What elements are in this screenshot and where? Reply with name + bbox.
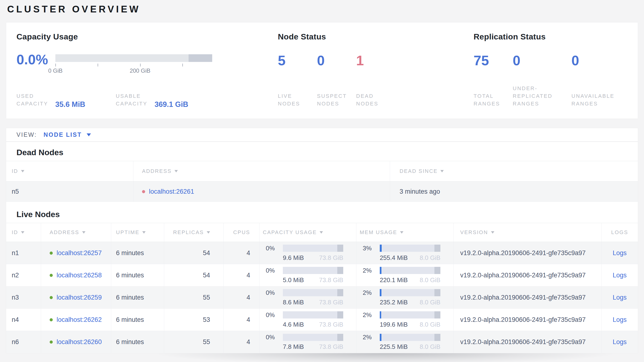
node-cpus: 4	[224, 264, 260, 286]
node-uptime: 6 minutes	[111, 264, 164, 286]
live-node-row: n1 localhost:26257 6 minutes 54 4 0% 9.6…	[6, 242, 638, 264]
dead-node-address-link[interactable]: localhost:26261	[149, 188, 194, 195]
replication-status-section: Replication Status 75 TOTAL RANGES 0 UND…	[474, 32, 638, 108]
node-mem-usage: 2% 235.2 MiB8.0 GiB	[356, 286, 454, 308]
live-status-dot-icon	[50, 274, 53, 277]
nodes-panel: Dead Nodes ID ADDRESS DEAD SINCE n5 loca…	[6, 142, 638, 353]
node-capacity-usage: 0% 9.6 MiB73.8 GiB	[260, 242, 356, 264]
live-node-row: n3 localhost:26259 6 minutes 55 4 0% 8.6…	[6, 286, 638, 309]
node-capacity-usage: 0% 5.0 MiB73.8 GiB	[260, 264, 356, 286]
live-node-row: n6 localhost:26260 6 minutes 55 4 0% 7.8…	[6, 331, 638, 353]
dead-nodes-label: DEAD NODES	[356, 92, 404, 108]
live-col-id[interactable]: ID	[6, 223, 41, 242]
dead-nodes-stat: 1 DEAD NODES	[356, 53, 404, 108]
node-version: v19.2.0-alpha.20190606-2491-gfe735c9a97	[454, 242, 602, 264]
page-title: CLUSTER OVERVIEW	[6, 0, 638, 17]
live-col-version[interactable]: VERSION	[454, 223, 602, 242]
capacity-bar-end-segment	[188, 54, 212, 62]
dead-node-row: n5 localhost:26261 3 minutes ago	[6, 182, 638, 202]
usable-capacity-label: USABLE CAPACITY	[116, 92, 147, 108]
node-cpus: 4	[224, 309, 260, 331]
axis-label-200gib: 200 GiB	[130, 67, 150, 74]
node-uptime: 6 minutes	[111, 242, 164, 264]
chevron-down-icon	[87, 133, 91, 136]
sort-desc-icon	[142, 231, 146, 234]
used-capacity-value: 35.6 MiB	[55, 100, 85, 109]
replication-status-title: Replication Status	[474, 32, 638, 41]
cluster-overview-page: CLUSTER OVERVIEW Capacity Usage 0.0%	[0, 0, 644, 353]
suspect-nodes-count: 0	[317, 53, 356, 68]
node-id: n6	[6, 331, 41, 353]
node-cpus: 4	[224, 331, 260, 353]
node-version: v19.2.0-alpha.20190606-2491-gfe735c9a97	[454, 264, 602, 286]
view-mode-dropdown[interactable]: NODE LIST	[44, 131, 91, 138]
memory-meter-bar	[380, 245, 440, 252]
live-nodes-heading: Live Nodes	[6, 202, 638, 223]
node-replicas: 55	[164, 331, 224, 353]
node-replicas: 55	[164, 286, 224, 308]
live-nodes-stat: 5 LIVE NODES	[278, 53, 317, 108]
unavailable-ranges-label: UNAVAILABLE RANGES	[572, 92, 626, 108]
node-logs-link[interactable]: Logs	[613, 338, 627, 346]
node-logs-link[interactable]: Logs	[613, 316, 627, 323]
dead-col-id[interactable]: ID	[6, 161, 134, 181]
node-version: v19.2.0-alpha.20190606-2491-gfe735c9a97	[454, 331, 602, 353]
capacity-usage-section: Capacity Usage 0.0%	[16, 32, 278, 108]
capacity-usage-bar	[56, 54, 212, 62]
node-mem-usage: 2% 199.6 MiB8.0 GiB	[356, 309, 454, 331]
capacity-axis-labels: 0 GiB 200 GiB	[56, 67, 212, 75]
node-capacity-usage: 0% 4.6 MiB73.8 GiB	[260, 309, 356, 331]
memory-meter-bar	[380, 267, 440, 274]
dead-col-dead-since[interactable]: DEAD SINCE	[390, 161, 638, 181]
node-address-link[interactable]: localhost:26258	[56, 272, 102, 279]
memory-meter-bar	[380, 334, 440, 341]
live-status-dot-icon	[50, 252, 53, 255]
live-col-capacity-usage[interactable]: CAPACITY USAGE	[260, 223, 356, 242]
node-mem-usage: 2% 225.5 MiB8.0 GiB	[356, 331, 454, 353]
live-status-dot-icon	[50, 318, 53, 321]
node-replicas: 54	[164, 264, 224, 286]
live-col-replicas[interactable]: REPLICAS	[164, 223, 224, 242]
node-uptime: 6 minutes	[111, 331, 164, 353]
dead-nodes-table-header: ID ADDRESS DEAD SINCE	[6, 161, 638, 182]
capacity-meter-bar	[283, 311, 343, 318]
live-col-mem-usage[interactable]: MEM USAGE	[356, 223, 454, 242]
node-logs-link[interactable]: Logs	[613, 249, 627, 257]
view-bar: VIEW: NODE LIST	[6, 128, 638, 142]
dead-col-address[interactable]: ADDRESS	[134, 161, 390, 181]
node-version: v19.2.0-alpha.20190606-2491-gfe735c9a97	[454, 286, 602, 308]
live-col-address[interactable]: ADDRESS	[41, 223, 111, 242]
node-mem-usage: 2% 220.1 MiB8.0 GiB	[356, 264, 454, 286]
live-status-dot-icon	[50, 296, 53, 299]
live-col-uptime[interactable]: UPTIME	[111, 223, 164, 242]
unavailable-ranges-count: 0	[572, 53, 626, 68]
sort-desc-icon	[207, 231, 210, 234]
live-node-row: n4 localhost:26262 6 minutes 53 4 0% 4.6…	[6, 309, 638, 331]
node-replicas: 53	[164, 309, 224, 331]
node-address-link[interactable]: localhost:26260	[56, 338, 102, 346]
axis-label-0gib: 0 GiB	[48, 67, 62, 74]
live-status-dot-icon	[50, 340, 53, 343]
dead-status-dot-icon	[142, 190, 145, 193]
node-address-link[interactable]: localhost:26259	[56, 294, 102, 301]
live-nodes-count: 5	[278, 53, 317, 68]
node-logs-link[interactable]: Logs	[613, 294, 627, 301]
capacity-meter-bar	[283, 289, 343, 296]
node-cpus: 4	[224, 242, 260, 264]
node-address-cell: localhost:26258	[41, 264, 111, 286]
node-address-link[interactable]: localhost:26257	[56, 249, 102, 257]
node-logs-link[interactable]: Logs	[613, 272, 627, 279]
dead-node-dead-since: 3 minutes ago	[390, 182, 638, 202]
live-nodes-label: LIVE NODES	[278, 92, 317, 108]
sort-desc-icon	[440, 170, 444, 172]
capacity-axis-ticks	[56, 63, 212, 67]
capacity-meter-bar	[283, 245, 343, 252]
node-address-link[interactable]: localhost:26262	[56, 316, 102, 323]
sort-desc-icon	[320, 231, 323, 234]
node-id: n4	[6, 309, 41, 331]
under-replicated-ranges-count: 0	[513, 53, 572, 68]
node-uptime: 6 minutes	[111, 286, 164, 308]
dead-node-address-cell: localhost:26261	[134, 182, 390, 202]
memory-meter-bar	[380, 289, 440, 296]
suspect-nodes-label: SUSPECT NODES	[317, 92, 356, 108]
